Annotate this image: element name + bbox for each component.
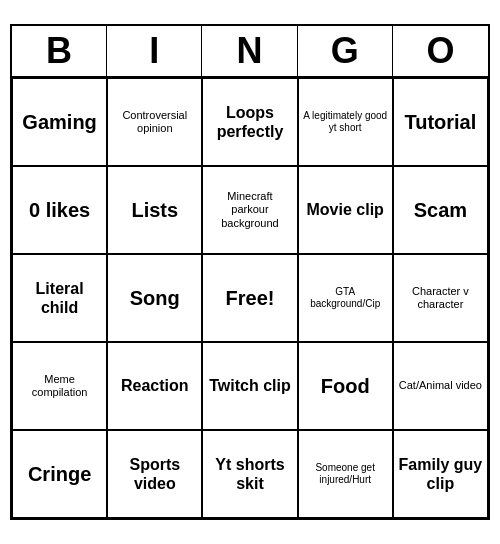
cell-text-16: Reaction xyxy=(121,376,189,395)
bingo-cell-10: Literal child xyxy=(12,254,107,342)
header-letter-i: I xyxy=(107,26,202,76)
cell-text-19: Cat/Animal video xyxy=(399,379,482,392)
cell-text-1: Controversial opinion xyxy=(112,109,197,135)
bingo-cell-13: GTA background/Cip xyxy=(298,254,393,342)
bingo-cell-4: Tutorial xyxy=(393,78,488,166)
bingo-cell-2: Loops perfectly xyxy=(202,78,297,166)
cell-text-24: Family guy clip xyxy=(398,455,483,493)
cell-text-10: Literal child xyxy=(17,279,102,317)
cell-text-18: Food xyxy=(321,374,370,398)
bingo-cell-17: Twitch clip xyxy=(202,342,297,430)
bingo-cell-18: Food xyxy=(298,342,393,430)
bingo-cell-16: Reaction xyxy=(107,342,202,430)
cell-text-22: Yt shorts skit xyxy=(207,455,292,493)
bingo-card: BINGO GamingControversial opinionLoops p… xyxy=(10,24,490,520)
cell-text-20: Cringe xyxy=(28,462,91,486)
bingo-cell-9: Scam xyxy=(393,166,488,254)
bingo-cell-24: Family guy clip xyxy=(393,430,488,518)
cell-text-14: Character v character xyxy=(398,285,483,311)
bingo-grid: GamingControversial opinionLoops perfect… xyxy=(12,78,488,518)
header-letter-b: B xyxy=(12,26,107,76)
bingo-cell-15: Meme compilation xyxy=(12,342,107,430)
bingo-cell-5: 0 likes xyxy=(12,166,107,254)
bingo-cell-6: Lists xyxy=(107,166,202,254)
cell-text-8: Movie clip xyxy=(307,200,384,219)
cell-text-0: Gaming xyxy=(22,110,96,134)
cell-text-4: Tutorial xyxy=(404,110,476,134)
cell-text-13: GTA background/Cip xyxy=(303,286,388,310)
cell-text-23: Someone get injured/Hurt xyxy=(303,462,388,486)
bingo-cell-14: Character v character xyxy=(393,254,488,342)
bingo-cell-20: Cringe xyxy=(12,430,107,518)
cell-text-9: Scam xyxy=(414,198,467,222)
bingo-cell-11: Song xyxy=(107,254,202,342)
cell-text-3: A legitimately good yt short xyxy=(303,110,388,134)
cell-text-21: Sports video xyxy=(112,455,197,493)
cell-text-11: Song xyxy=(130,286,180,310)
bingo-cell-1: Controversial opinion xyxy=(107,78,202,166)
bingo-cell-19: Cat/Animal video xyxy=(393,342,488,430)
header-letter-g: G xyxy=(298,26,393,76)
bingo-cell-3: A legitimately good yt short xyxy=(298,78,393,166)
cell-text-5: 0 likes xyxy=(29,198,90,222)
bingo-cell-8: Movie clip xyxy=(298,166,393,254)
cell-text-15: Meme compilation xyxy=(17,373,102,399)
bingo-cell-21: Sports video xyxy=(107,430,202,518)
bingo-cell-7: Minecraft parkour background xyxy=(202,166,297,254)
bingo-cell-23: Someone get injured/Hurt xyxy=(298,430,393,518)
header-letter-o: O xyxy=(393,26,488,76)
bingo-cell-22: Yt shorts skit xyxy=(202,430,297,518)
cell-text-7: Minecraft parkour background xyxy=(207,190,292,230)
bingo-header: BINGO xyxy=(12,26,488,78)
bingo-cell-12: Free! xyxy=(202,254,297,342)
header-letter-n: N xyxy=(202,26,297,76)
cell-text-17: Twitch clip xyxy=(209,376,290,395)
bingo-cell-0: Gaming xyxy=(12,78,107,166)
cell-text-12: Free! xyxy=(226,286,275,310)
cell-text-6: Lists xyxy=(131,198,178,222)
cell-text-2: Loops perfectly xyxy=(207,103,292,141)
